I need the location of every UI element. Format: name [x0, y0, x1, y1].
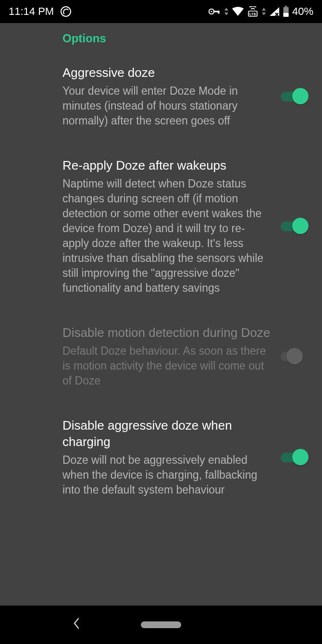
volte-icon: LTE	[247, 6, 259, 17]
setting-description: Doze will not be aggressively enabled wh…	[62, 453, 271, 497]
status-bar: 11:14 PM LTE	[0, 0, 322, 23]
status-icons: LTE 40%	[209, 5, 313, 18]
svg-marker-5	[224, 12, 228, 15]
home-gesture-pill[interactable]	[141, 621, 181, 628]
toggle-aggressive-doze[interactable]	[281, 88, 309, 105]
svg-rect-3	[218, 11, 219, 14]
navigation-bar	[0, 606, 322, 644]
setting-title: Disable aggressive doze when charging	[62, 417, 271, 450]
svg-marker-4	[224, 8, 228, 11]
setting-title: Disable motion detection during Doze	[62, 324, 271, 341]
status-time: 11:14 PM	[9, 5, 54, 18]
setting-disable-motion: Disable motion detection during Doze Def…	[0, 310, 322, 403]
settings-list: Options Aggressive doze Your device will…	[0, 23, 322, 606]
battery-icon	[283, 6, 289, 17]
setting-reapply-doze[interactable]: Re-apply Doze after wakeups Naptime will…	[0, 143, 322, 310]
wifi-icon	[232, 7, 244, 16]
section-header-options: Options	[0, 29, 322, 50]
toggle-reapply-doze[interactable]	[281, 218, 309, 235]
setting-description: Naptime will detect when Doze status cha…	[62, 176, 271, 296]
battery-percentage: 40%	[292, 5, 313, 18]
chevron-left-icon	[72, 617, 81, 630]
setting-aggressive-doze[interactable]: Aggressive doze Your device will enter D…	[0, 50, 322, 143]
cellular-no-signal-icon	[269, 7, 280, 16]
setting-disable-aggressive-charging[interactable]: Disable aggressive doze when charging Do…	[0, 403, 322, 512]
data-arrows-icon	[261, 7, 266, 16]
setting-title: Re-apply Doze after wakeups	[62, 157, 271, 173]
setting-title: Aggressive doze	[62, 64, 271, 81]
toggle-disable-motion	[281, 348, 309, 365]
svg-marker-10	[270, 7, 279, 16]
setting-description: Default Doze behaviour. As soon as there…	[62, 344, 271, 388]
data-arrows-icon	[224, 7, 229, 16]
svg-point-1	[211, 11, 212, 12]
setting-description: Your device will enter Doze Mode in minu…	[62, 84, 271, 128]
vpn-key-icon	[209, 8, 221, 15]
sync-icon	[61, 6, 71, 17]
toggle-disable-aggressive-charging[interactable]	[281, 449, 309, 466]
svg-marker-9	[262, 12, 266, 15]
svg-text:LTE: LTE	[249, 12, 257, 16]
svg-marker-8	[262, 8, 266, 11]
svg-rect-13	[285, 6, 287, 7]
back-button[interactable]	[72, 617, 81, 633]
svg-rect-15	[283, 13, 288, 17]
